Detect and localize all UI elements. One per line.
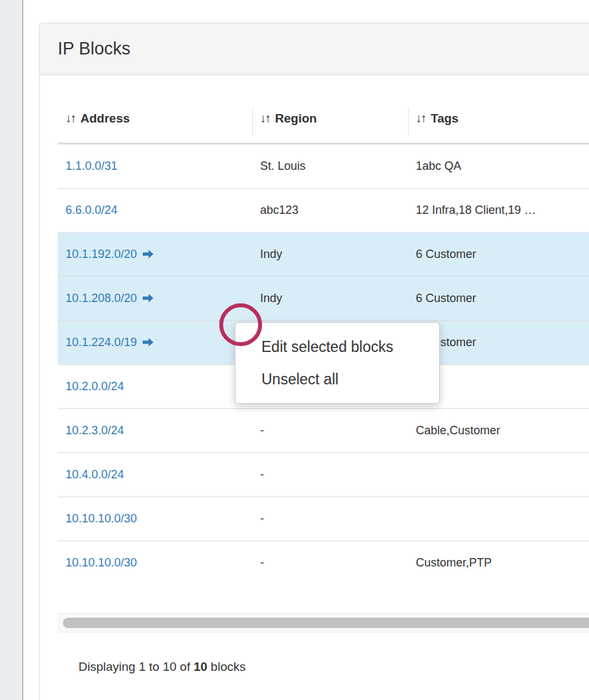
horizontal-scrollbar-thumb[interactable] (63, 618, 589, 628)
region-cell: - (252, 409, 408, 453)
address-link[interactable]: 10.1.224.0/19 (66, 336, 137, 349)
column-label: Address (80, 111, 130, 125)
address-link[interactable]: 1.1.0.0/31 (66, 159, 117, 172)
region-cell: abc123 (252, 189, 408, 233)
column-label: Tags (431, 111, 459, 125)
address-link[interactable]: 10.10.10.0/30 (66, 556, 137, 569)
tags-cell: 6 Customer (408, 233, 589, 277)
sort-icon: ↓↑ (260, 111, 270, 125)
tags-cell (408, 453, 589, 497)
column-header-tags[interactable]: ↓↑Tags (408, 88, 589, 144)
address-cell: 10.10.10.0/30 (58, 497, 252, 541)
menu-item-unselect-all[interactable]: Unselect all (235, 363, 439, 395)
table-row[interactable]: 10.1.192.0/20 Indy 6 Customer (58, 233, 589, 277)
table-header-row: ↓↑Address ↓↑Region ↓↑Tags (58, 88, 589, 144)
table-row[interactable]: 10.10.10.0/30 - Customer,PTP (58, 541, 589, 585)
region-cell: Indy (252, 277, 408, 321)
menu-item-edit-selected-blocks[interactable]: Edit selected blocks (235, 331, 439, 363)
address-link[interactable]: 10.1.208.0/20 (66, 292, 137, 305)
column-label: Region (275, 111, 317, 125)
horizontal-scrollbar-track[interactable] (58, 613, 589, 633)
tags-cell: Cable,Customer (408, 409, 589, 453)
address-link[interactable]: 10.10.10.0/30 (66, 512, 137, 525)
app-viewport: IP Blocks ↓↑Address ↓↑Region ↓↑Tags (0, 0, 589, 700)
address-link[interactable]: 10.4.0.0/24 (66, 468, 124, 481)
region-cell: Indy (252, 233, 408, 277)
status-prefix: Displaying 1 to 10 of (78, 660, 193, 673)
address-cell: 10.2.0.0/24 (58, 365, 252, 409)
sort-icon: ↓↑ (416, 111, 426, 125)
table-row[interactable]: 10.2.3.0/24 - Cable,Customer (58, 409, 589, 453)
region-cell: St. Louis (252, 144, 408, 189)
address-cell: 10.2.3.0/24 (58, 409, 252, 453)
region-cell: - (252, 497, 408, 541)
context-menu: Edit selected blocks Unselect all (235, 322, 440, 404)
table-row[interactable]: 10.4.0.0/24 - (58, 453, 589, 497)
address-cell: 10.10.10.0/30 (58, 541, 252, 585)
sort-icon: ↓↑ (66, 111, 75, 125)
tags-cell: Customer,PTP (408, 541, 589, 585)
status-total: 10 (193, 660, 207, 673)
right-arrow-icon (143, 338, 154, 347)
tags-cell: 6 Customer (408, 277, 589, 321)
pagination-status: Displaying 1 to 10 of 10 blocks (78, 660, 589, 674)
tags-cell: 1abc QA (408, 144, 589, 189)
right-arrow-icon (143, 250, 154, 259)
table-row[interactable]: 6.6.0.0/24 abc123 12 Infra,18 Client,19 … (58, 189, 589, 233)
address-link[interactable]: 10.2.3.0/24 (66, 424, 124, 437)
table-row[interactable]: 10.1.208.0/20 Indy 6 Customer (58, 277, 589, 321)
address-cell: 10.1.192.0/20 (58, 233, 252, 277)
table-row[interactable]: 10.10.10.0/30 - (58, 497, 589, 541)
table-row[interactable]: 1.1.0.0/31 St. Louis 1abc QA (58, 144, 589, 189)
address-cell: 10.4.0.0/24 (58, 453, 252, 497)
address-link[interactable]: 10.1.192.0/20 (66, 248, 137, 261)
right-arrow-icon (143, 294, 154, 303)
region-cell: - (252, 541, 408, 585)
address-cell: 1.1.0.0/31 (58, 144, 252, 189)
sidebar-edge (0, 0, 23, 700)
page-title: IP Blocks (58, 39, 130, 59)
address-link[interactable]: 10.2.0.0/24 (66, 380, 124, 393)
tags-cell (408, 497, 589, 541)
status-suffix: blocks (208, 660, 246, 673)
address-link[interactable]: 6.6.0.0/24 (66, 204, 117, 216)
tags-cell: 12 Infra,18 Client,19 … (408, 189, 589, 233)
column-header-region[interactable]: ↓↑Region (252, 88, 408, 144)
panel-header: IP Blocks (40, 23, 589, 75)
click-indicator-ring (219, 303, 262, 346)
column-header-address[interactable]: ↓↑Address (58, 88, 252, 144)
address-cell: 6.6.0.0/24 (58, 189, 252, 233)
region-cell: - (252, 453, 408, 497)
